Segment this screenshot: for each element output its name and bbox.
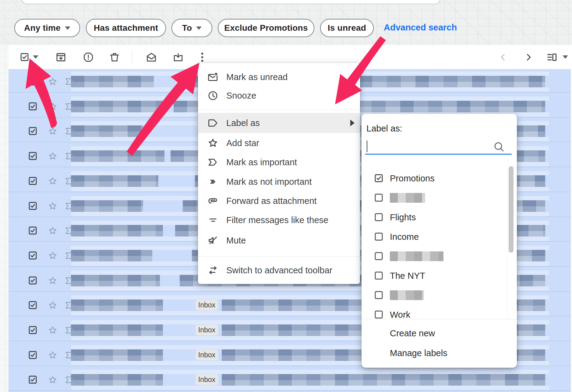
star-icon[interactable] [48, 151, 58, 163]
menu-item-forward-as-attachment[interactable]: Forward as attachment [198, 191, 360, 210]
star-icon[interactable] [48, 126, 58, 138]
menu-item-mark-as-important[interactable]: Mark as important [198, 153, 360, 172]
row-select-checkbox[interactable] [29, 202, 37, 211]
scrollbar-thumb[interactable] [509, 166, 514, 253]
menu-item-add-star[interactable]: Add star [198, 134, 360, 152]
inbox-label-chip: Inbox [196, 300, 218, 310]
menu-item-mark-as-unread[interactable]: Mark as unread [198, 68, 360, 86]
redacted-text-block [71, 150, 164, 162]
filter-chip-to[interactable]: To [171, 19, 212, 37]
advanced-search-link[interactable]: Advanced search [384, 23, 457, 33]
filter-chip-label: Is unread [328, 23, 366, 33]
label-option-redacted[interactable] [362, 247, 505, 266]
importance-marker-icon[interactable] [64, 325, 75, 337]
attachment-icon [207, 195, 219, 207]
select-all-dropdown[interactable] [32, 45, 40, 69]
label-option-promotions[interactable]: Promotions [362, 169, 505, 188]
importance-marker-icon[interactable] [64, 250, 75, 262]
select-all-checkbox[interactable] [18, 45, 31, 69]
star-icon[interactable] [48, 350, 58, 362]
filter-chip-exclude-promotions[interactable]: Exclude Promotions [218, 19, 314, 37]
older-page-button[interactable] [522, 45, 535, 69]
mark-as-read-button[interactable] [144, 45, 158, 69]
star-icon[interactable] [48, 275, 58, 287]
label-menu-action-manage-labels[interactable]: Manage labels [362, 344, 517, 362]
search-icon [493, 141, 505, 154]
row-select-checkbox[interactable] [29, 77, 37, 87]
archive-button[interactable] [54, 45, 68, 69]
redacted-text-block [71, 76, 154, 87]
label-option-name: Flights [390, 212, 416, 222]
star-icon[interactable] [48, 76, 58, 88]
star-icon[interactable] [48, 201, 58, 212]
newer-page-button[interactable] [496, 45, 510, 69]
row-select-checkbox[interactable] [29, 102, 37, 112]
star-icon[interactable] [48, 176, 58, 187]
page-background-pattern-left [0, 45, 9, 392]
split-pane-toggle[interactable] [545, 45, 559, 69]
importance-marker-icon[interactable] [64, 176, 75, 188]
row-select-checkbox[interactable] [29, 127, 37, 136]
label-option-the-nyt[interactable]: The NYT [362, 266, 505, 285]
row-select-checkbox[interactable] [29, 251, 37, 261]
label-search-input[interactable] [365, 139, 512, 155]
star-icon[interactable] [48, 250, 58, 262]
menu-item-snooze[interactable]: Snooze [198, 86, 360, 105]
split-pane-dropdown[interactable] [561, 45, 569, 69]
importance-marker-icon[interactable] [64, 374, 75, 387]
menu-item-label: Add star [226, 138, 259, 148]
importance-marker-icon[interactable] [64, 275, 75, 287]
menu-item-label-as[interactable]: Label as [198, 114, 360, 132]
menu-item-mute[interactable]: Mute [198, 231, 360, 250]
chevron-down-icon [196, 26, 202, 30]
menu-item-mark-as-not-important[interactable]: Mark as not important [198, 172, 360, 191]
importance-marker-icon[interactable] [64, 151, 75, 163]
row-select-checkbox[interactable] [29, 301, 37, 310]
label-option-redacted[interactable] [362, 285, 505, 305]
move-to-button[interactable] [171, 45, 185, 69]
redacted-text-block [71, 299, 163, 311]
checkbox-empty-icon [375, 194, 383, 202]
filter-chip-is-unread[interactable]: Is unread [320, 19, 374, 37]
importance-marker-icon[interactable] [64, 225, 75, 237]
redacted-text-block [71, 125, 143, 137]
importance-marker-icon[interactable] [64, 76, 75, 88]
more-options-context-menu: Mark as unreadSnoozeLabel asAdd starMark… [198, 63, 360, 284]
label-option-flights[interactable]: Flights [362, 208, 505, 227]
row-select-checkbox[interactable] [29, 276, 37, 286]
menu-item-switch-to-advanced-toolbar[interactable]: Switch to advanced toolbar [198, 261, 360, 280]
label-option-work[interactable]: Work [362, 305, 505, 319]
delete-button[interactable] [108, 45, 122, 69]
report-spam-button[interactable] [81, 45, 95, 69]
filter-chip-has-attachment[interactable]: Has attachment [86, 19, 166, 37]
context-menu-separator [198, 110, 360, 110]
row-select-checkbox[interactable] [29, 177, 37, 186]
label-option-income[interactable]: Income [362, 227, 505, 247]
label-option-redacted[interactable] [362, 188, 505, 208]
menu-item-label: Mark as unread [226, 72, 288, 82]
row-select-checkbox[interactable] [29, 376, 37, 385]
inbox-label-chip: Inbox [196, 325, 218, 335]
menu-item-filter-messages-like-these[interactable]: Filter messages like these [198, 211, 360, 229]
importance-marker-icon[interactable] [64, 350, 75, 362]
filter-chip-any-time[interactable]: Any time [14, 19, 80, 37]
row-select-checkbox[interactable] [29, 152, 37, 161]
star-icon[interactable] [48, 375, 58, 386]
star-icon[interactable] [48, 325, 58, 337]
menu-item-label: Snooze [226, 91, 256, 101]
star-icon[interactable] [48, 101, 58, 113]
row-select-checkbox[interactable] [29, 351, 37, 360]
redacted-text-block [222, 374, 545, 386]
row-select-checkbox[interactable] [29, 326, 37, 335]
star-icon[interactable] [48, 300, 58, 312]
label-as-submenu: Label as: PromotionsFlightsIncomeThe NYT… [362, 114, 517, 368]
importance-marker-icon[interactable] [64, 201, 75, 213]
redacted-text-block [71, 250, 152, 261]
importance-marker-icon[interactable] [64, 101, 75, 113]
redacted-text-block [71, 386, 549, 390]
importance-marker-icon[interactable] [64, 300, 75, 312]
importance-marker-icon[interactable] [64, 126, 75, 138]
label-menu-action-create-new[interactable]: Create new [362, 324, 517, 342]
row-select-checkbox[interactable] [29, 226, 37, 236]
star-icon[interactable] [48, 226, 58, 237]
